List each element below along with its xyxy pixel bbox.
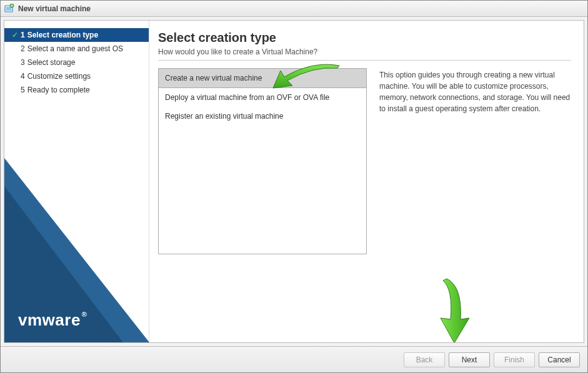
- sidebar-decoration: [4, 142, 149, 342]
- creation-options-list: Create a new virtual machine Deploy a vi…: [158, 68, 367, 254]
- titlebar-text: New virtual machine: [18, 4, 91, 13]
- step-select-storage[interactable]: 3 Select storage: [4, 56, 149, 69]
- vmware-logo: vmware®: [18, 311, 87, 330]
- vm-icon: [4, 4, 14, 14]
- options-row: Create a new virtual machine Deploy a vi…: [158, 68, 571, 254]
- sidebar: ✓ 1 Select creation type 2 Select a name…: [4, 21, 149, 342]
- step-select-creation-type[interactable]: ✓ 1 Select creation type: [4, 28, 149, 42]
- page-heading: Select creation type: [158, 31, 571, 45]
- option-label: Deploy a virtual machine from an OVF or …: [165, 93, 329, 102]
- next-button[interactable]: Next: [449, 352, 490, 367]
- step-label: Select storage: [27, 58, 76, 67]
- divider: [158, 60, 571, 61]
- cancel-button[interactable]: Cancel: [539, 352, 580, 367]
- main-panel: Select creation type How would you like …: [149, 21, 584, 342]
- svg-rect-1: [6, 7, 11, 11]
- option-deploy-ovf-ova[interactable]: Deploy a virtual machine from an OVF or …: [159, 88, 366, 107]
- option-description: This option guides you through creating …: [379, 68, 571, 254]
- step-number: 1: [21, 31, 25, 39]
- step-label: Ready to complete: [27, 86, 90, 94]
- dialog-body: ✓ 1 Select creation type 2 Select a name…: [4, 20, 584, 343]
- step-number: 2: [21, 44, 25, 53]
- step-number: 3: [21, 58, 25, 67]
- page-subtitle: How would you like to create a Virtual M…: [158, 47, 571, 56]
- step-label: Customize settings: [27, 72, 91, 81]
- step-customize-settings[interactable]: 4 Customize settings: [4, 69, 149, 83]
- steps-list: ✓ 1 Select creation type 2 Select a name…: [4, 21, 149, 97]
- new-vm-dialog: New virtual machine ✓ 1 Select creation …: [0, 0, 588, 373]
- step-select-name-guest-os[interactable]: 2 Select a name and guest OS: [4, 42, 149, 56]
- option-register-existing-vm[interactable]: Register an existing virtual machine: [159, 107, 366, 126]
- titlebar: New virtual machine: [1, 1, 587, 17]
- step-number: 4: [21, 72, 25, 81]
- step-label: Select creation type: [27, 31, 98, 39]
- step-label: Select a name and guest OS: [27, 44, 123, 53]
- step-number: 5: [21, 86, 25, 94]
- option-label: Register an existing virtual machine: [165, 112, 283, 121]
- back-button[interactable]: Back: [404, 352, 445, 367]
- footer: Back Next Finish Cancel: [1, 346, 587, 372]
- option-create-new-vm[interactable]: Create a new virtual machine: [159, 69, 366, 88]
- option-label: Create a new virtual machine: [165, 74, 262, 82]
- svg-marker-6: [4, 186, 123, 342]
- finish-button[interactable]: Finish: [494, 352, 535, 367]
- step-ready-to-complete[interactable]: 5 Ready to complete: [4, 83, 149, 97]
- svg-marker-5: [4, 158, 149, 342]
- checkmark-icon: ✓: [11, 31, 19, 39]
